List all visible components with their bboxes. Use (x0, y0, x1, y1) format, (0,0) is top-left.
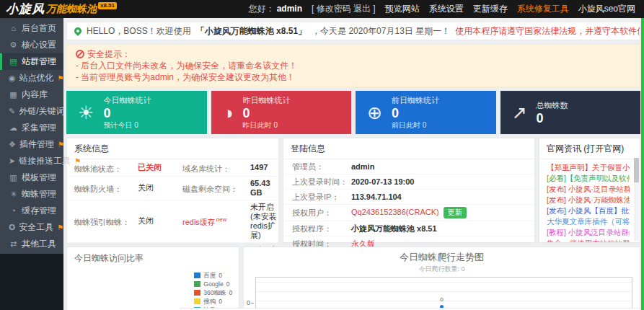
greeting-label: 您好： (249, 4, 275, 14)
info-value-text: 1497 (250, 163, 268, 172)
legend-swatch (194, 298, 200, 304)
optimize-icon: ◉ (9, 70, 16, 87)
info-value-text: 未开启 (未安装redis扩展) (250, 203, 277, 239)
legend-value: 0 (229, 288, 232, 297)
login-label: 上次登录IP： (292, 192, 351, 202)
login-value-text: 小旋风万能蜘蛛池 x8.51 (351, 224, 437, 233)
link-repair-tool[interactable]: 系统修复工具 (517, 3, 569, 15)
card-title: 今日蜘蛛统计 (103, 95, 151, 106)
news-scrollbar-thumb[interactable] (634, 158, 639, 182)
cloud-icon: ☁ (9, 120, 18, 136)
table-row: 上次登录时间： 2020-07-13 19:00 (283, 174, 534, 190)
trend-chart-subtitle: 今日爬行数量: 0 (244, 265, 640, 274)
card-value: 0 (392, 106, 439, 120)
pie-legend: 百度 0 Google 0 360蜘蛛 0 (194, 271, 234, 310)
card-text: 昨日蜘蛛统计 0 昨日此时 0 (243, 95, 291, 130)
info-label: 域名库统计： (182, 161, 250, 174)
sidebar-item-other-tools[interactable]: ⇄ 其他工具 (0, 236, 63, 252)
app-logo[interactable]: 小旋风 万能蜘蛛池 x8.51 (0, 1, 117, 17)
table-row: 上次登录IP： 113.94.71.104 (283, 190, 534, 205)
login-value: admin (351, 161, 534, 172)
news-link[interactable]: 集合一些使用本站的站群程序容易出现的问题和解决方法 (547, 238, 630, 243)
username: admin (277, 4, 302, 14)
sidebar-item-collect[interactable]: ☁ 采集管理 (0, 120, 63, 136)
news-link[interactable]: [发布] 小旋风·泛目录站群V5.5，新增安全和系统修复工具等 (547, 184, 630, 195)
sidebar-item-site-group[interactable]: ▤ 站群管理 (0, 53, 63, 70)
card-text: 前日蜘蛛统计 0 前日此时 0 (392, 95, 439, 130)
legend-label: Google (203, 280, 223, 288)
info-label-text: redis缓存 (182, 218, 216, 226)
plugin-icon: ❖ (9, 136, 16, 153)
pin-flag-icon: ⚑ (58, 136, 64, 153)
data-point-label: 0 (440, 296, 443, 303)
sidebar-item-label: 站点优化 (19, 70, 54, 87)
trend-chart-title: 今日蜘蛛爬行走势图 (244, 251, 640, 264)
link-update-cache[interactable]: 更新缓存 (473, 3, 508, 15)
update-license-button[interactable]: 更新 (444, 207, 467, 218)
open-official-site-link[interactable]: (打开官网) (583, 143, 624, 154)
legend-item[interactable]: 360蜘蛛 0 (194, 288, 234, 297)
tools-icon: ⇄ (9, 236, 18, 252)
link-preview-site[interactable]: 预览网站 (385, 3, 420, 15)
sidebar-item-plugins[interactable]: ❖ 插件管理 ⚑ (0, 136, 63, 153)
news-link[interactable]: 【郑重声明】关于假冒小旋风官网的说明和声明 (547, 162, 630, 173)
sidebar-item-label: 链接推送工具 (19, 153, 71, 169)
link-seo-site[interactable]: 小旋风seo官网 (578, 3, 635, 15)
stat-cards: ☀ 今日蜘蛛统计 0 预计今日 0 ◑ 昨日蜘蛛统计 0 昨日此时 0 ⊕ (66, 91, 640, 134)
sidebar-item-spider[interactable]: ✳ 蜘蛛管理 (0, 186, 63, 203)
pie-chart-title: 今日蜘蛛访问比率 (67, 247, 239, 270)
sidebar-item-site-optimize[interactable]: ◉ 站点优化 ⚑ (0, 70, 63, 87)
login-value-text: Qq2436152386(CRACK) (351, 208, 439, 216)
login-info-title: 登陆信息 (283, 138, 534, 159)
table-row: 授权程序： 小旋风万能蜘蛛池 x8.51 (283, 221, 534, 236)
sidebar-item-links-keywords[interactable]: ✎ 外链/关键词 (0, 103, 63, 120)
sidebar-item-cache[interactable]: ◔ 缓存管理 (0, 203, 63, 219)
news-link[interactable]: [发布] 小旋风【百度】批量PING推送工具v3(日推送量百万) (547, 205, 630, 216)
info-label-text: 磁盘剩余空间： (182, 185, 238, 193)
location-pin-icon (73, 26, 83, 36)
login-value: 2020-07-13 19:00 (351, 177, 534, 187)
news-link[interactable]: [发布] 小旋风·万能蜘蛛池x8.6，新增redis缓存以及多项功能 (547, 195, 630, 205)
welcome-date-text: ，今天是 2020年07月13日 星期一！ (312, 25, 450, 37)
y-axis-tick: 0 (247, 299, 250, 306)
sidebar-item-templates[interactable]: ▥ 模板管理 (0, 169, 63, 186)
sidebar-item-home[interactable]: ⌂ 后台首页 (0, 20, 63, 37)
legend-item[interactable]: 百度 0 (194, 271, 234, 280)
card-total-spider: ↗ 总蜘蛛数 0 (500, 91, 641, 134)
sidebar-item-label: 内容库 (22, 87, 48, 103)
info-value: 已关闭 (138, 163, 182, 172)
site-group-icon: ▤ (9, 53, 18, 70)
legend-label: 百度 (203, 271, 216, 280)
table-row: 管理员： admin (283, 159, 534, 174)
news-link[interactable]: 大华夏文章库插件（可将采集文章处理成小旋风支持的格式） (547, 216, 630, 227)
info-value: 关闭 (138, 216, 182, 226)
link-password-logout[interactable]: [ 修改密码 退出 ] (312, 3, 376, 15)
info-value: 未开启 (未安装redis扩展) (250, 203, 278, 240)
legend-item[interactable]: Google 0 (194, 280, 234, 288)
topbar-links: [ 修改密码 退出 ]预览网站系统设置更新缓存系统修复工具小旋风seo官网 (312, 3, 635, 15)
table-row: 蜘蛛强引蜘蛛： 关闭 redis缓存new 未开启 (未安装redis扩展) (67, 200, 278, 243)
info-value-text: 65.43 GB (250, 179, 270, 197)
sidebar-item-push-tool[interactable]: ➤ 链接推送工具 ⚑ (0, 153, 63, 169)
welcome-text: HELLO，BOSS！欢迎使用 (87, 25, 191, 37)
new-badge: new (216, 216, 227, 223)
spider-icon: ✳ (9, 186, 18, 203)
legend-item[interactable]: 搜狗 0 (194, 297, 234, 306)
login-label: 上次登录时间： (292, 177, 351, 187)
sidebar-item-core-settings[interactable]: ⚙ 核心设置 (0, 37, 63, 53)
legend-value: 0 (219, 297, 222, 306)
legend-label: 搜狗 (203, 297, 216, 306)
login-info-panel: 登陆信息 管理员： admin 上次登录时间： 2020-07-13 19:00… (283, 138, 535, 243)
news-panel: 官网资讯 (打开官网) 【郑重声明】关于假冒小旋风官网的说明和声明[必看]【免责… (539, 138, 640, 243)
sidebar-item-label: 缓存管理 (22, 203, 56, 219)
news-list: 【郑重声明】关于假冒小旋风官网的说明和声明[必看]【免责声明以及软件使用协议】[… (539, 159, 640, 243)
sidebar-item-security[interactable]: ✪ 安全工具 ⚑ (0, 219, 63, 236)
card-value: 0 (243, 106, 291, 120)
sidebar-item-content-library[interactable]: ▦ 内容库 (0, 87, 63, 103)
news-scrollbar[interactable] (634, 158, 639, 241)
cache-icon: ◔ (9, 203, 18, 219)
news-link[interactable]: [教程] 小旋风泛目录站群的反向代理设置方法 (547, 227, 630, 238)
welcome-warning-text: 使用本程序请遵守国家法律法规，并遵守本软件使用协议！ (455, 25, 640, 37)
link-system-settings[interactable]: 系统设置 (429, 3, 464, 15)
news-link[interactable]: [必看]【免责声明以及软件使用协议】 (547, 173, 630, 184)
